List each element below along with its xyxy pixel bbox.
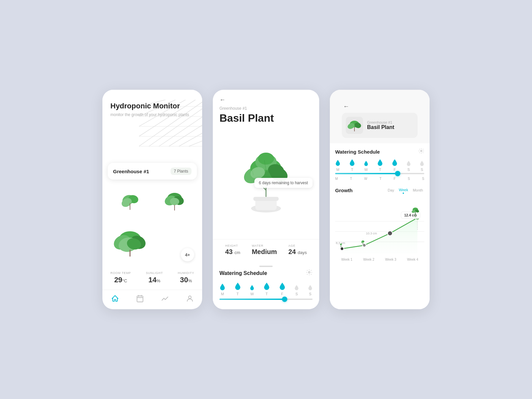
stat-sunlight: SUNLIGHT 14% [146, 271, 163, 284]
day-T1: T [234, 282, 241, 296]
stats-row: ROOM TEMP 29°C SUNLIGHT 14% HUMIDITY 30% [102, 267, 202, 290]
more-plants-badge[interactable]: 4+ [181, 248, 194, 261]
svg-rect-37 [253, 197, 279, 201]
svg-line-4 [179, 131, 202, 146]
screen2-card: ← Greenhouse #1 Basil Plant [213, 90, 319, 309]
greenhouse-card[interactable]: Greenhouse #1 7 Plants [108, 163, 197, 180]
plant-count-badge: 7 Plants [171, 168, 192, 175]
breadcrumb-s2: Greenhouse #1 [219, 106, 313, 111]
stat-label-sun: SUNLIGHT [146, 271, 163, 275]
svg-line-0 [139, 100, 202, 146]
bottom-nav [102, 290, 202, 309]
watering-header-s3: Watering Schedule [335, 148, 424, 156]
plant-icon-2 [161, 190, 188, 213]
screen3-body: Watering Schedule M [330, 143, 430, 309]
plant-item-1[interactable] [108, 182, 152, 221]
growth-section: Growth Day Week Month [335, 183, 424, 265]
drop-T1-s3 [349, 159, 355, 166]
plant-icon-1 [117, 190, 143, 213]
plant-summary-name: Basil Plant [367, 124, 394, 130]
day-col-T2-s3: T [377, 159, 383, 172]
metric-age: AGE 24 days [288, 244, 307, 256]
drop-F-s3 [392, 159, 398, 166]
nav-calendar[interactable] [135, 294, 145, 303]
watering-slider-s3[interactable] [335, 173, 424, 174]
svg-point-59 [421, 150, 422, 152]
metric-label-age: AGE [288, 244, 307, 247]
view-tab-month[interactable]: Month [411, 188, 424, 193]
calendar-icon [136, 295, 144, 303]
plant-thumb-icon [347, 118, 362, 133]
stat-label-hum: HUMIDITY [178, 271, 194, 275]
metric-label-height: HEIGHT [225, 244, 240, 247]
svg-point-63 [340, 247, 343, 250]
week-2-label: Week 2 [358, 258, 380, 261]
svg-line-9 [139, 100, 166, 106]
metric-water: WATER Medium [252, 244, 277, 256]
nav-home[interactable] [110, 294, 120, 303]
svg-text:12.4 cm: 12.4 cm [404, 213, 417, 217]
plant-item-2[interactable] [152, 182, 197, 221]
watering-title-s2: Watering Schedule [219, 270, 267, 276]
svg-point-34 [189, 296, 191, 299]
stat-room-temp: ROOM TEMP 29°C [110, 271, 131, 284]
view-tabs: Day Week Month [386, 187, 424, 194]
slider-thumb-s3[interactable] [395, 171, 400, 176]
stat-value-hum: 30% [180, 276, 192, 284]
drop-icon-W [250, 285, 254, 291]
days-drops-row-s3: M T W T F [335, 159, 424, 172]
drop-T2-s3 [377, 159, 383, 166]
day-col-T1-s3: T [349, 159, 355, 172]
metric-height: HEIGHT 43 cm [225, 244, 240, 256]
harvest-badge: 6 days remaining to harvest [254, 178, 313, 188]
drop-icon-S1 [294, 285, 299, 291]
day-M: M [219, 283, 225, 296]
slider-fill-s3 [335, 173, 398, 174]
growth-header: Growth Day Week Month [335, 187, 424, 194]
plant-summary-card: Greenhouse #1 Basil Plant [342, 113, 418, 138]
plant-icon-3 [112, 228, 148, 260]
slider-fill-s2 [219, 299, 285, 300]
gear-icon [306, 269, 313, 276]
settings-icon-s2[interactable] [306, 269, 313, 277]
view-tab-week[interactable]: Week [398, 187, 410, 193]
divider [259, 266, 273, 267]
drop-icon-S2 [308, 285, 313, 291]
watering-slider-s2[interactable] [219, 299, 313, 300]
week-1-label: Week 1 [336, 258, 358, 261]
chart-icon [161, 295, 169, 303]
screen1-card: Hydroponic Monitor monitor the growth of… [102, 90, 202, 309]
settings-icon-s3[interactable] [418, 148, 424, 156]
metrics-row: HEIGHT 43 cm WATER Medium AGE 24 days [213, 239, 319, 260]
svg-point-51 [258, 153, 274, 165]
stat-label-temp: ROOM TEMP [110, 271, 131, 275]
plant-thumb-small [346, 117, 363, 134]
growth-title: Growth [335, 188, 384, 193]
drop-icon-M [219, 283, 225, 291]
day-col-F-s3: F [392, 159, 398, 172]
home-icon [111, 295, 119, 303]
drop-S1-s3 [406, 161, 411, 166]
back-button-s3[interactable]: ← [343, 103, 349, 110]
stat-value-temp: 29°C [114, 276, 127, 284]
svg-line-5 [189, 140, 202, 146]
day-S1: S [294, 285, 299, 296]
view-tab-day[interactable]: Day [386, 188, 396, 193]
slider-thumb-s2[interactable] [282, 297, 287, 302]
drop-S2-s3 [420, 161, 424, 166]
day-col-W-s3: W [364, 161, 368, 172]
nav-user[interactable] [185, 294, 195, 303]
back-button-s2[interactable]: ← [219, 96, 225, 103]
metric-value-age: 24 days [288, 248, 307, 255]
drop-icon-T1 [234, 282, 241, 291]
svg-point-65 [388, 231, 392, 235]
screen3-header: ← Greenhouse #1 Basil Plant [330, 90, 430, 143]
plant-item-3[interactable] [108, 221, 152, 268]
watering-section-s2: Watering Schedule M T [213, 260, 319, 309]
svg-line-8 [139, 100, 176, 116]
week-labels: Week 1 Week 2 Week 3 Week 4 [335, 256, 424, 261]
nav-chart[interactable] [160, 294, 170, 303]
stat-humidity: HUMIDITY 30% [178, 271, 194, 284]
week-4-label: Week 4 [402, 258, 424, 261]
screen3-card: ← Greenhouse #1 Basil Plant [330, 90, 430, 309]
